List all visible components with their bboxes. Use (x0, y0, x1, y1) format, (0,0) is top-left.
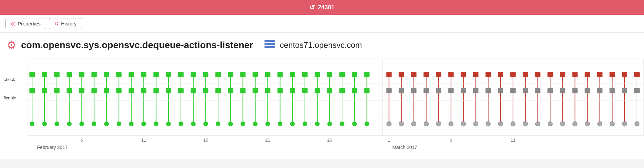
svg-rect-122 (399, 88, 404, 93)
svg-point-51 (166, 121, 171, 126)
svg-rect-14 (54, 88, 60, 93)
svg-point-47 (154, 121, 158, 126)
svg-rect-125 (411, 72, 416, 77)
svg-point-11 (42, 121, 47, 126)
svg-point-67 (216, 121, 220, 126)
svg-point-139 (449, 121, 453, 126)
svg-rect-73 (240, 72, 245, 77)
svg-rect-170 (547, 88, 553, 93)
svg-point-147 (473, 121, 478, 126)
svg-text:6: 6 (450, 138, 452, 143)
tab-properties-label: Properties (18, 21, 40, 26)
svg-rect-137 (448, 72, 454, 77)
svg-rect-65 (215, 72, 221, 77)
svg-rect-57 (191, 72, 196, 77)
svg-rect-146 (473, 88, 478, 93)
svg-point-15 (55, 121, 59, 126)
svg-rect-78 (252, 88, 258, 93)
svg-point-151 (486, 121, 491, 126)
svg-text:March 2017: March 2017 (392, 145, 417, 150)
svg-rect-50 (166, 88, 171, 93)
svg-point-159 (511, 121, 515, 126)
service-name: com.opensvc.sys.opensvc.dequeue-actions-… (21, 40, 253, 51)
svg-text:11: 11 (511, 138, 515, 143)
svg-rect-22 (79, 88, 84, 93)
svg-rect-169 (547, 72, 553, 77)
svg-point-43 (141, 121, 146, 126)
svg-point-183 (585, 121, 590, 126)
svg-rect-161 (523, 72, 528, 77)
svg-rect-153 (498, 72, 503, 77)
svg-rect-105 (339, 72, 345, 77)
svg-rect-29 (104, 72, 109, 77)
svg-rect-154 (498, 88, 503, 93)
svg-point-111 (352, 121, 357, 126)
svg-rect-53 (178, 72, 184, 77)
svg-point-107 (340, 121, 344, 126)
row-label-check: check (4, 77, 15, 82)
top-bar-title: 24301 (318, 4, 334, 11)
top-bar: ↺ 24301 (0, 0, 644, 15)
service-title-bar: ⚙ com.opensvc.sys.opensvc.dequeue-action… (0, 33, 644, 55)
chart-svg: 6 11 16 21 26 February 2017 1 6 11 March… (27, 59, 644, 156)
tab-history[interactable]: ↺ History (49, 18, 82, 29)
svg-rect-130 (424, 88, 429, 93)
svg-rect-185 (597, 72, 603, 77)
svg-point-35 (117, 121, 121, 126)
svg-point-135 (436, 121, 441, 126)
svg-rect-101 (327, 72, 332, 77)
svg-rect-86 (278, 88, 283, 93)
svg-rect-158 (510, 88, 516, 93)
svg-rect-177 (572, 72, 578, 77)
svg-rect-66 (215, 88, 221, 93)
svg-rect-70 (228, 88, 233, 93)
svg-point-195 (622, 121, 627, 126)
svg-rect-13 (54, 72, 60, 77)
svg-rect-197 (634, 72, 640, 77)
history-icon: ↺ (55, 20, 59, 27)
svg-point-91 (290, 121, 295, 126)
service-node-icon (264, 39, 275, 51)
svg-rect-49 (166, 72, 171, 77)
svg-point-59 (191, 121, 196, 126)
svg-rect-30 (104, 88, 109, 93)
svg-text:26: 26 (327, 138, 332, 143)
tab-properties[interactable]: ◎ Properties (5, 18, 46, 29)
svg-point-163 (523, 121, 528, 126)
svg-rect-157 (510, 72, 516, 77)
svg-rect-106 (339, 88, 345, 93)
mar-series (386, 72, 640, 126)
svg-rect-54 (178, 88, 184, 93)
svg-text:6: 6 (81, 138, 83, 143)
svg-rect-90 (290, 88, 295, 93)
svg-rect-6 (29, 88, 35, 93)
svg-rect-181 (585, 72, 590, 77)
svg-rect-110 (352, 88, 357, 93)
svg-rect-0 (264, 40, 275, 42)
svg-rect-126 (411, 88, 416, 93)
tab-history-label: History (61, 21, 77, 26)
svg-rect-193 (622, 72, 627, 77)
service-node-name: centos71.opensvc.com (280, 40, 362, 50)
svg-rect-133 (436, 72, 441, 77)
svg-rect-145 (473, 72, 478, 77)
svg-rect-41 (141, 72, 146, 77)
svg-rect-134 (436, 88, 441, 93)
svg-rect-18 (67, 88, 72, 93)
svg-point-39 (129, 121, 134, 126)
svg-rect-173 (560, 72, 565, 77)
svg-rect-17 (67, 72, 72, 77)
svg-rect-94 (302, 88, 308, 93)
svg-point-191 (610, 121, 615, 126)
svg-rect-142 (461, 88, 466, 93)
svg-rect-9 (42, 72, 47, 77)
svg-rect-117 (386, 72, 392, 77)
svg-rect-150 (486, 88, 491, 93)
properties-icon: ◎ (11, 20, 16, 27)
svg-rect-89 (290, 72, 295, 77)
svg-rect-10 (42, 88, 47, 93)
svg-rect-25 (91, 72, 97, 77)
svg-rect-194 (622, 88, 627, 93)
svg-text:1: 1 (388, 138, 390, 143)
svg-point-23 (79, 121, 84, 126)
